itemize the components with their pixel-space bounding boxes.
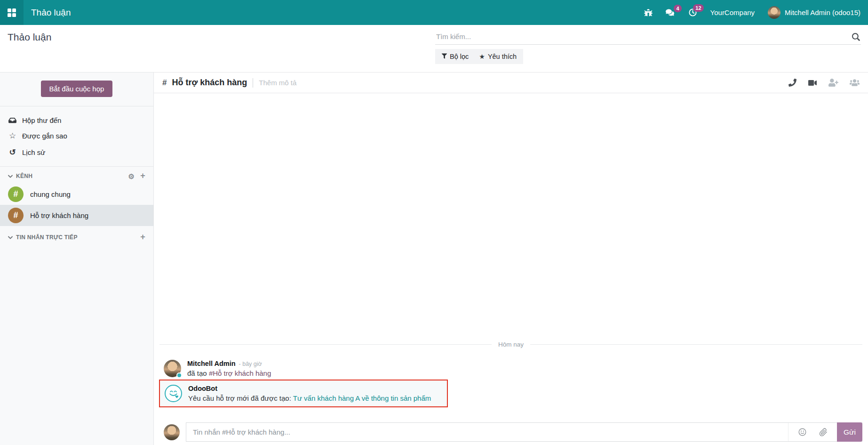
hash-icon: # (162, 78, 167, 88)
user-menu[interactable]: Mitchell Admin (odoo15) (768, 6, 860, 19)
apps-grid-icon (8, 8, 16, 17)
messages-count-badge: 4 (674, 5, 681, 12)
history-icon: ↺ (8, 147, 17, 157)
inbox-icon (8, 117, 17, 124)
sidebar-item-label: Được gắn sao (22, 132, 67, 140)
chat-panel: # Hỗ trợ khách hàng Thêm mô tả (154, 72, 868, 445)
channel-avatar: # (8, 208, 24, 223)
start-call-phone-icon[interactable] (788, 79, 796, 87)
chevron-down-icon[interactable] (8, 234, 13, 241)
members-list-icon[interactable] (850, 79, 860, 87)
channel-mention-link[interactable]: #Hỗ trợ khách hàng (209, 369, 271, 377)
sidebar-item-label: Hộp thư đến (22, 116, 61, 124)
chevron-down-icon[interactable] (8, 173, 13, 179)
discuss-sidebar: Bắt đầu cuộc họp Hộp thư đến ☆ Được gắn … (0, 72, 154, 445)
company-switcher[interactable]: YourCompany (710, 8, 755, 16)
start-video-call-icon[interactable] (808, 79, 817, 87)
filter-funnel-icon (442, 53, 447, 60)
message-row: OdooBot Yêu cầu hỗ trợ mới đã được tạo: … (164, 383, 443, 404)
message-timestamp: - bây giờ (239, 361, 262, 367)
composer-avatar (164, 424, 180, 440)
bug-icon (644, 8, 653, 17)
filters-button[interactable]: Bộ lọc (442, 53, 469, 60)
top-navbar: Thảo luận 4 12 YourCompany (0, 0, 868, 25)
online-status-dot (176, 372, 182, 378)
add-channel-button[interactable]: + (140, 171, 145, 180)
sidebar-item-starred[interactable]: ☆ Được gắn sao (0, 128, 153, 144)
channel-title[interactable]: Hỗ trợ khách hàng (172, 78, 247, 88)
odoobot-avatar[interactable] (165, 385, 182, 402)
star-icon: ★ (479, 53, 485, 60)
direct-messages-section-header: TIN NHẮN TRỰC TIẾP + (0, 228, 153, 245)
search-input[interactable] (435, 29, 861, 44)
add-direct-message-button[interactable]: + (140, 233, 145, 241)
add-member-icon[interactable] (828, 79, 838, 87)
user-avatar (768, 6, 780, 19)
breadcrumb: Thảo luận (8, 32, 51, 43)
channel-avatar: # (8, 186, 24, 202)
message-input[interactable] (186, 423, 788, 441)
search-area: Bộ lọc ★ Yêu thích (435, 29, 861, 64)
filters-label: Bộ lọc (450, 53, 469, 60)
divider (253, 78, 253, 88)
sidebar-channel-support[interactable]: # Hỗ trợ khách hàng (0, 205, 153, 226)
activities-menu-button[interactable]: 12 (688, 8, 697, 17)
sidebar-item-history[interactable]: ↺ Lịch sử (0, 144, 153, 161)
sidebar-item-label: Lịch sử (22, 148, 45, 156)
control-panel: Thảo luận Bộ lọc ★ Yêu thích (0, 25, 868, 72)
apps-menu-button[interactable] (0, 0, 24, 25)
user-name: Mitchell Admin (odoo15) (785, 8, 860, 16)
message-body: Yêu cầu hỗ trợ mới đã được tạo: Tư vấn k… (188, 394, 431, 402)
channel-header: # Hỗ trợ khách hàng Thêm mô tả (154, 73, 868, 93)
navbar-right: 4 12 YourCompany Mitchell Admin (odoo15) (644, 6, 868, 19)
message-thread: Hôm nay Mitchell Admin - bây giờ đ (154, 93, 868, 422)
message-row: Mitchell Admin - bây giờ đã tạo #Hỗ trợ … (164, 357, 862, 380)
message-author-avatar[interactable] (164, 360, 181, 377)
date-divider: Hôm nay (159, 341, 862, 348)
sidebar-item-inbox[interactable]: Hộp thư đến (0, 113, 153, 128)
messages-menu-button[interactable]: 4 (666, 8, 675, 16)
debug-menu-button[interactable] (644, 8, 653, 17)
channel-settings-gear-icon[interactable]: ⚙ (128, 173, 135, 180)
message-composer: Gửi (154, 422, 868, 445)
favorites-label: Yêu thích (488, 53, 517, 60)
attachment-paperclip-icon[interactable] (819, 428, 828, 437)
search-icon[interactable] (852, 33, 860, 43)
sidebar-channel-general[interactable]: # chung chung (0, 184, 153, 205)
star-outline-icon: ☆ (8, 131, 17, 141)
channels-section-header: KÊNH ⚙ + (0, 167, 153, 184)
annotation-highlight-box: OdooBot Yêu cầu hỗ trợ mới đã được tạo: … (159, 380, 448, 407)
message-author[interactable]: Mitchell Admin (187, 360, 236, 367)
message-body: đã tạo #Hỗ trợ khách hàng (187, 369, 271, 377)
add-description-placeholder[interactable]: Thêm mô tả (259, 79, 296, 87)
start-meeting-button[interactable]: Bắt đầu cuộc họp (41, 81, 113, 97)
activities-count-badge: 12 (693, 4, 703, 12)
send-button[interactable]: Gửi (837, 422, 862, 442)
favorites-button[interactable]: ★ Yêu thích (479, 53, 517, 60)
filter-bar: Bộ lọc ★ Yêu thích (435, 49, 523, 64)
support-request-link[interactable]: Tư vấn khách hàng A về thông tin sản phẩ… (293, 394, 431, 402)
message-author[interactable]: OdooBot (188, 385, 217, 392)
discuss-app: Thảo luận 4 12 YourCompany (0, 0, 868, 445)
emoji-picker-icon[interactable] (798, 428, 807, 437)
app-title[interactable]: Thảo luận (31, 8, 71, 18)
